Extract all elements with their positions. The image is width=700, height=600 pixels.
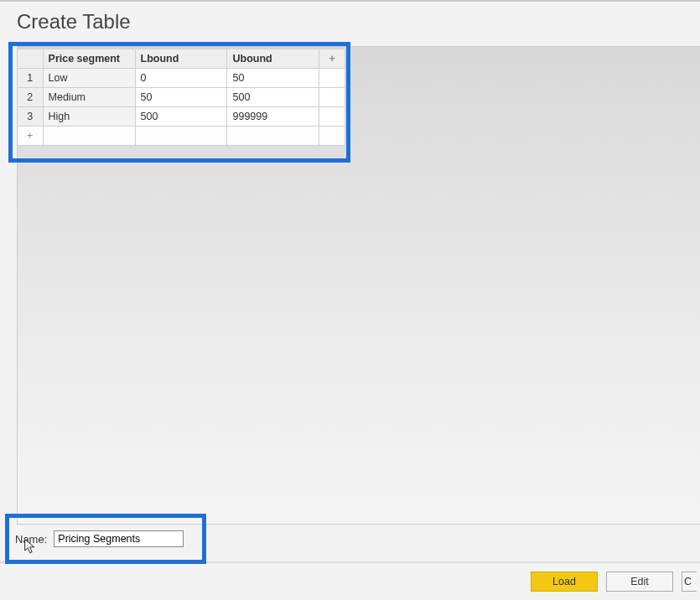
table-row[interactable]: 1Low050 (18, 69, 345, 88)
row-number: 1 (18, 69, 44, 88)
bottom-divider (0, 561, 700, 563)
table-row[interactable]: 2Medium50500 (18, 88, 345, 107)
edit-button[interactable]: Edit (606, 572, 673, 592)
table-row[interactable]: 3High500999999 (18, 107, 345, 127)
add-row[interactable]: + (18, 127, 345, 146)
cancel-button[interactable]: C (682, 572, 697, 592)
empty-cell[interactable] (135, 127, 227, 146)
dialog-button-row: Load Edit C (531, 572, 700, 592)
column-header-lbound[interactable]: Lbound (135, 49, 227, 69)
column-header-ubound[interactable]: Ubound (227, 49, 319, 69)
cell-extra (319, 107, 345, 127)
name-field-row: Name: (15, 530, 184, 547)
cell-segment[interactable]: Low (43, 69, 135, 88)
cell-extra (319, 88, 345, 107)
cell-segment[interactable]: High (43, 107, 135, 127)
cell-ubound[interactable]: 500 (227, 88, 319, 107)
empty-cell (319, 127, 345, 146)
cell-segment[interactable]: Medium (43, 88, 135, 107)
cell-ubound[interactable]: 50 (227, 69, 319, 88)
add-row-button[interactable]: + (18, 127, 44, 146)
add-column-button[interactable]: + (319, 49, 345, 69)
row-number: 2 (18, 88, 44, 107)
data-entry-table[interactable]: Price segment Lbound Ubound + 1Low0502Me… (17, 49, 345, 146)
row-number-header (18, 49, 44, 69)
name-input[interactable] (54, 530, 184, 547)
empty-cell[interactable] (227, 127, 319, 146)
dialog-title: Create Table (0, 2, 700, 40)
column-header-segment[interactable]: Price segment (43, 49, 135, 69)
load-button[interactable]: Load (531, 572, 598, 592)
empty-cell[interactable] (43, 127, 135, 146)
cell-extra (319, 69, 345, 88)
cell-lbound[interactable]: 0 (135, 69, 227, 88)
row-number: 3 (18, 107, 44, 127)
cell-lbound[interactable]: 50 (135, 88, 227, 107)
cell-lbound[interactable]: 500 (135, 107, 227, 127)
name-label: Name: (15, 533, 47, 546)
cell-ubound[interactable]: 999999 (227, 107, 319, 127)
